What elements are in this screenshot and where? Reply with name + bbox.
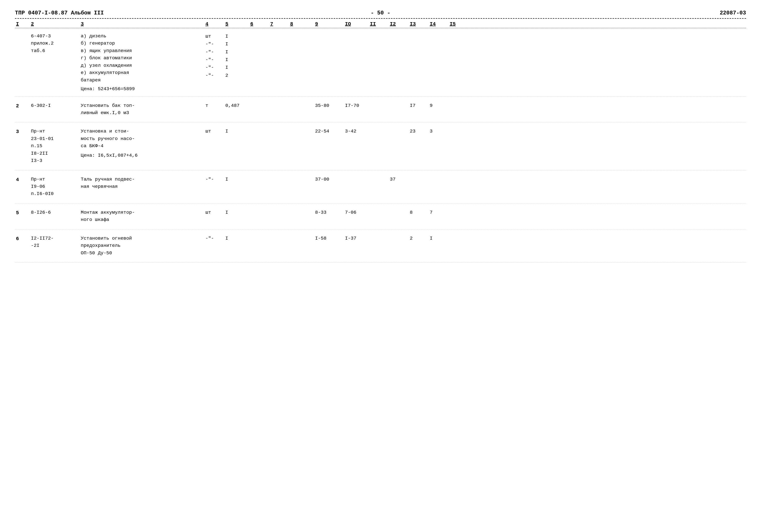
row-col10: I7-70 xyxy=(344,102,369,109)
row-unit: т xyxy=(205,102,224,109)
table-row: 2 6-302-I Установить бак топ- ливный емк… xyxy=(15,97,746,123)
row-col13: 2 xyxy=(409,235,429,242)
row-num: 2 xyxy=(15,102,30,110)
col-header-9: 9 xyxy=(314,21,344,27)
row-col10: 3-42 xyxy=(344,128,369,135)
row-col9: I-58 xyxy=(314,235,344,242)
col-header-4: 4 xyxy=(205,21,224,27)
row-col10: 7-06 xyxy=(344,209,369,216)
row-num: 4 xyxy=(15,176,30,184)
row-col13: 8 xyxy=(409,209,429,216)
table-row: 4 Пр-нт I9-06 п.I6-0I0 Таль ручная подве… xyxy=(15,170,746,203)
row-col12: 37 xyxy=(389,176,409,183)
row-desc: Монтаж аккумулятор- ного шкафа xyxy=(80,209,205,224)
header-left: ТПР 0407-I-08.87 Альбом III xyxy=(15,10,104,16)
row-num: 5 xyxy=(15,209,30,217)
table-row: 5 8-I26-6 Монтаж аккумулятор- ного шкафа… xyxy=(15,203,746,229)
column-headers: I 2 3 4 5 6 7 8 9 IO II I2 I3 I4 I5 xyxy=(15,20,746,28)
row-col14: I xyxy=(429,235,449,242)
row-col9: 8-33 xyxy=(314,209,344,216)
header-right: 22087-03 xyxy=(720,10,746,16)
col-header-13: I3 xyxy=(409,21,429,27)
row-qty: I xyxy=(224,235,249,242)
row-qty: 0,487 xyxy=(224,102,249,109)
row-unit: -"- xyxy=(205,176,224,183)
row-desc: Таль ручная подвес- ная червячная xyxy=(80,176,205,190)
row-unit: шт xyxy=(205,209,224,216)
row-ref: I2-II72- -2I xyxy=(30,235,80,249)
col-header-3: 3 xyxy=(80,21,205,27)
row-col14: 7 xyxy=(429,209,449,216)
row-col9: 22-54 xyxy=(314,128,344,135)
row-ref: 8-I26-6 xyxy=(30,209,80,216)
row-ref: 6-302-I xyxy=(30,102,80,109)
row-desc: а) дизель б) генератор в) ящик управлени… xyxy=(80,32,205,93)
row-desc: Установить огневой предохранитель ОП-50 … xyxy=(80,235,205,257)
row-col10: I-37 xyxy=(344,235,369,242)
row-col13: 23 xyxy=(409,128,429,135)
row-desc: Установить бак топ- ливный емк.I,0 м3 xyxy=(80,102,205,117)
col-header-12: I2 xyxy=(389,21,409,27)
row-col14: 9 xyxy=(429,102,449,109)
row-ref: Пр-нт I9-06 п.I6-0I0 xyxy=(30,176,80,198)
row-ref: 6-407-3 прилож.2 таб.6 xyxy=(30,32,80,55)
header-center: - 50 - xyxy=(371,10,390,16)
row-qty: I I I I I 2 xyxy=(224,32,249,80)
col-header-10: IO xyxy=(344,21,369,27)
col-header-15: I5 xyxy=(449,21,469,27)
row-col9: 35-80 xyxy=(314,102,344,109)
row-desc: Установка и стои- мость ручного насо- са… xyxy=(80,128,205,159)
col-header-11: II xyxy=(369,21,389,27)
header-divider xyxy=(15,18,746,19)
table-row: 3 Пр-нт 23-01-01 п.15 I8-2II I3-3 Устано… xyxy=(15,122,746,170)
col-header-1: I xyxy=(15,21,30,27)
row-col14: 3 xyxy=(429,128,449,135)
row-num: 3 xyxy=(15,128,30,135)
row-num: 6 xyxy=(15,235,30,242)
col-header-2: 2 xyxy=(30,21,80,27)
row-qty: I xyxy=(224,128,249,135)
row-col13: I7 xyxy=(409,102,429,109)
page-header: ТПР 0407-I-08.87 Альбом III - 50 - 22087… xyxy=(15,10,746,16)
row-unit: шт xyxy=(205,128,224,135)
table-row: 6 I2-II72- -2I Установить огневой предох… xyxy=(15,229,746,262)
col-header-7: 7 xyxy=(269,21,289,27)
row-col9: 37-00 xyxy=(314,176,344,183)
row-qty: I xyxy=(224,176,249,183)
col-header-14: I4 xyxy=(429,21,449,27)
col-header-6: 6 xyxy=(249,21,269,27)
row-qty: I xyxy=(224,209,249,216)
table-row: 6-407-3 прилож.2 таб.6 а) дизель б) гене… xyxy=(15,28,746,97)
row-unit: шт -"- -"- -"- -"- -"- xyxy=(205,32,224,80)
row-unit: -"- xyxy=(205,235,224,242)
row-ref: Пр-нт 23-01-01 п.15 I8-2II I3-3 xyxy=(30,128,80,164)
col-header-8: 8 xyxy=(289,21,314,27)
col-header-5: 5 xyxy=(224,21,249,27)
